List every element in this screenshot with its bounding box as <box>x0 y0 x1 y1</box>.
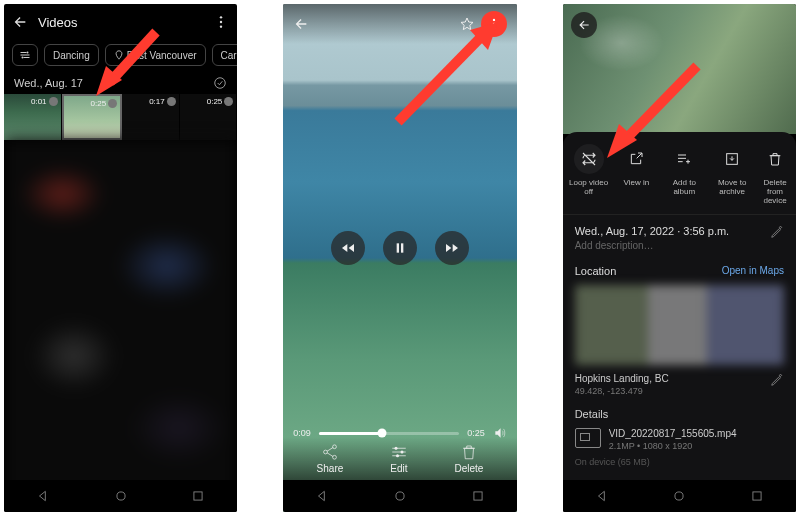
date-label: Wed., Aug. 17 <box>14 77 83 89</box>
nav-home-icon[interactable] <box>672 489 686 503</box>
back-arrow-icon[interactable] <box>12 14 28 30</box>
svg-rect-28 <box>753 492 761 500</box>
filter-chips: Dancing East Vancouver Cars <box>4 40 237 72</box>
svg-point-3 <box>27 52 29 54</box>
delete-button[interactable]: Delete <box>454 443 483 474</box>
more-menu-highlight[interactable] <box>481 11 507 37</box>
back-arrow-icon[interactable] <box>293 16 309 32</box>
forward-button[interactable] <box>435 231 469 265</box>
svg-point-20 <box>396 454 399 457</box>
info-bottom-sheet: Loop video off View in Add to album Move… <box>563 132 796 512</box>
svg-rect-13 <box>397 243 399 252</box>
file-info: VID_20220817_155605.mp4 2.1MP • 1080 x 1… <box>563 420 796 451</box>
scrubber-track[interactable] <box>319 432 459 435</box>
description-field[interactable]: Add description… <box>575 240 784 251</box>
svg-point-10 <box>492 19 494 21</box>
android-nav-bar <box>4 480 237 512</box>
tune-icon <box>19 49 31 61</box>
svg-point-27 <box>675 492 683 500</box>
playback-controls <box>331 231 469 265</box>
archive-icon <box>724 151 740 167</box>
svg-point-21 <box>396 492 404 500</box>
add-to-album-button[interactable]: Add to album <box>662 144 706 206</box>
panel-videos-list: Videos Dancing East Vancouver Cars Wed.,… <box>4 4 237 512</box>
svg-rect-7 <box>194 492 202 500</box>
svg-rect-14 <box>401 243 403 252</box>
chip-dancing[interactable]: Dancing <box>44 44 99 66</box>
coordinates: 49.428, -123.479 <box>575 386 784 396</box>
video-thumb[interactable]: 0:25 <box>180 94 238 140</box>
edit-button[interactable]: Edit <box>390 443 408 474</box>
filename: VID_20220817_155605.mp4 <box>609 428 737 439</box>
location-section-header: Location Open in Maps <box>563 255 796 281</box>
metadata-header: Wed., Aug. 17, 2022 · 3:56 p.m. Add desc… <box>563 221 796 255</box>
trash-icon <box>460 443 478 461</box>
svg-point-11 <box>492 23 494 25</box>
nav-recent-icon[interactable] <box>750 489 764 503</box>
forward-icon <box>444 240 460 256</box>
svg-point-5 <box>215 78 226 89</box>
svg-point-18 <box>394 447 397 450</box>
page-title: Videos <box>38 15 78 30</box>
pencil-icon[interactable] <box>770 225 784 239</box>
pin-icon <box>114 50 124 60</box>
more-vert-icon[interactable] <box>213 14 229 30</box>
delete-device-button[interactable]: Delete from device <box>758 144 792 206</box>
nav-recent-icon[interactable] <box>471 489 485 503</box>
svg-point-6 <box>117 492 125 500</box>
select-all-icon[interactable] <box>213 76 227 90</box>
header: Videos <box>4 4 237 40</box>
filter-icon-chip[interactable] <box>12 44 38 66</box>
player-action-bar: Share Edit Delete <box>283 437 516 480</box>
thumbnail-row: 0:01 0:25 0:17 0:25 <box>4 94 237 140</box>
nav-recent-icon[interactable] <box>191 489 205 503</box>
video-thumb-selected[interactable]: 0:25 <box>62 94 123 140</box>
chip-east-van[interactable]: East Vancouver <box>105 44 206 66</box>
back-arrow-icon <box>577 18 591 32</box>
video-thumb[interactable]: 0:17 <box>122 94 180 140</box>
back-button[interactable] <box>571 12 597 38</box>
svg-point-16 <box>324 450 328 454</box>
archive-button[interactable]: Move to archive <box>710 144 754 206</box>
location-label: Location <box>575 265 617 277</box>
nav-home-icon[interactable] <box>393 489 407 503</box>
svg-point-15 <box>333 445 337 449</box>
svg-rect-22 <box>474 492 482 500</box>
android-nav-bar <box>563 480 796 512</box>
date-group-header: Wed., Aug. 17 <box>4 72 237 94</box>
loop-video-button[interactable]: Loop video off <box>567 144 611 206</box>
open-external-icon <box>628 151 644 167</box>
nav-back-icon[interactable] <box>36 489 50 503</box>
nav-back-icon[interactable] <box>315 489 329 503</box>
video-preview <box>563 4 796 134</box>
sheet-action-row: Loop video off View in Add to album Move… <box>563 138 796 215</box>
nav-home-icon[interactable] <box>114 489 128 503</box>
svg-point-17 <box>333 455 337 459</box>
pause-icon <box>392 240 408 256</box>
rewind-icon <box>340 240 356 256</box>
pencil-icon[interactable] <box>770 373 784 387</box>
svg-point-0 <box>220 16 222 18</box>
open-in-maps-link[interactable]: Open in Maps <box>722 265 784 277</box>
android-nav-bar <box>283 480 516 512</box>
share-icon <box>321 443 339 461</box>
playlist-add-icon <box>676 151 692 167</box>
trash-icon <box>767 151 783 167</box>
view-in-button[interactable]: View in <box>614 144 658 206</box>
share-button[interactable]: Share <box>317 443 344 474</box>
blurred-content <box>4 140 237 500</box>
map-preview[interactable] <box>575 285 784 365</box>
chip-cars[interactable]: Cars <box>212 44 238 66</box>
svg-point-12 <box>492 27 494 29</box>
svg-point-19 <box>400 451 403 454</box>
details-label: Details <box>563 400 796 420</box>
tune-icon <box>390 443 408 461</box>
pause-button[interactable] <box>383 231 417 265</box>
video-thumb[interactable]: 0:01 <box>4 94 62 140</box>
panel-info-sheet: Loop video off View in Add to album Move… <box>563 4 796 512</box>
rewind-button[interactable] <box>331 231 365 265</box>
nav-back-icon[interactable] <box>595 489 609 503</box>
video-time: 3:56 p.m. <box>683 225 729 237</box>
favorite-star-icon[interactable] <box>459 16 475 32</box>
svg-point-2 <box>220 25 222 27</box>
